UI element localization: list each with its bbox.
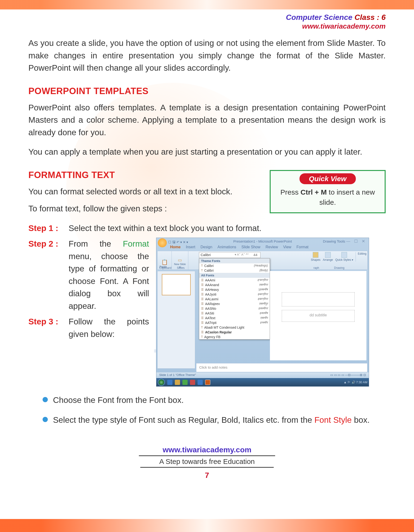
windows-taskbar[interactable]: ▲ 🏳 🔊 7:30 AM [156,378,369,386]
dd-item[interactable]: ☰AAAmiइन्कग्रीपर [199,278,270,283]
tab-format[interactable]: Format [296,245,308,249]
contextual-tab-label: Drawing Tools [323,239,345,243]
dd-item[interactable]: ☰ACaslon Regular [199,330,270,334]
arrange-button[interactable]: Arrange [323,252,333,262]
subtitle-placeholder[interactable]: dd subtitle [282,310,355,322]
b2-fontstyle: Font Style [314,415,352,424]
status-left: Slide 1 of 1 "Office Theme" [159,373,196,377]
bullet-item-2: Select the type style of Font such as Re… [43,414,385,426]
taskbar-clock: ▲ 🏳 🔊 7:30 AM [344,380,367,384]
app-title: Presentation1 - Microsoft PowerPoint [233,239,292,243]
page-number: 7 [29,471,385,480]
header-site-url: www.tiwariacademy.com [29,22,385,30]
s2-pre: From the [69,239,123,248]
powerpoint-screenshot: ☐ 🖫 ↶ ▾ ✕ ▾ Presentation1 - Microsoft Po… [156,238,369,387]
header-class: Class : 6 [354,13,385,21]
paste-icon[interactable]: 📋 [159,259,170,265]
bullet-item-1: Choose the Font from the Font box. [43,394,385,407]
tab-design[interactable]: Design [200,245,212,249]
step-3-label: Step 3 : [29,315,69,340]
header-class-label: Computer Science Class : 6 [29,13,385,22]
footer-tagline: A Step towards free Education [140,457,274,468]
grp-slides: Slides [173,266,189,270]
tab-animations[interactable]: Animations [217,245,236,249]
tab-view[interactable]: View [283,245,291,249]
header-subject: Computer Science [286,13,355,21]
shapes-button[interactable]: Shapes [311,252,321,262]
editing-group[interactable]: Editing [356,252,366,262]
b2-post: box. [352,415,370,424]
templates-para-1: PowerPoint also offers templates. A temp… [29,101,385,139]
step-3-row: Step 3 : Follow the points given below: [29,315,149,340]
taskbar-ie-icon[interactable] [167,380,173,385]
font-size-controls[interactable]: ▾ A˄ A˅ ᴬⱽ [235,253,249,256]
dd-item[interactable]: TAbadi MT Condensed Light [199,325,270,330]
taskbar-icon[interactable] [190,380,195,385]
step-2-text: From the Format menu, choose the type of… [69,238,149,312]
start-button-icon[interactable] [158,379,165,386]
dd-theme-item-0[interactable]: TCalibri(Headings) [199,263,270,268]
grp-clipboard: Clipboard [158,266,173,270]
font-combo-box[interactable]: Calibri 44 ▾ A˄ A˅ ᴬⱽ [199,252,260,258]
step-3-text: Follow the points given below: [69,315,149,340]
quick-view-badge: Quick View [299,173,356,184]
slide-thumbnail-1[interactable] [162,274,191,295]
grp-drawing: Drawing [321,266,357,270]
qv-post: to insert a new slide. [319,188,375,206]
notes-pane[interactable]: Click to add notes [196,363,367,372]
tab-insert[interactable]: Insert [186,245,195,249]
s2-post: menu, choose the type of formatting or c… [69,252,149,310]
status-bar: Slide 1 of 1 "Office Theme" ▭ ▭ ▭ ▭ —⊟——… [156,372,369,378]
status-zoom[interactable]: ▭ ▭ ▭ ▭ —⊟———⊞ ⊡ [330,373,366,377]
b2-pre: Select the type style of Font such as Re… [53,415,314,424]
dd-theme-item-1[interactable]: TCalibri(Body) [199,268,270,273]
bullet-icon [43,417,48,422]
new-slide-icon[interactable]: ▭ [174,257,186,263]
templates-para-2: You can apply a template when you are ju… [29,146,385,158]
bullet-list: Choose the Font from the Font box. Selec… [43,394,385,427]
dd-header-theme: Theme Fonts [199,258,270,263]
dd-header-all: All Fonts [199,273,270,278]
dd-item[interactable]: ☰AAHeavy|इक्कमीष [199,287,270,292]
tab-home[interactable]: Home [170,245,181,249]
tab-review[interactable]: Review [265,245,278,249]
qv-key: Ctrl + M [300,188,327,196]
dd-item[interactable]: ☰AARajeevएब्कमीपुर [199,302,270,306]
dd-item[interactable]: ☰AAShloइक्लमीपर [199,306,270,311]
ribbon-right-tools: Shapes Arrange Quick Styles ▾ Editing [311,252,366,262]
section-heading-templates: POWERPOINT TEMPLATES [29,86,385,96]
intro-paragraph: As you create a slide, you have the opti… [29,37,385,74]
ribbon-tabs[interactable]: Home Insert Design Animations Slide Show… [170,245,308,249]
taskbar-powerpoint-icon[interactable] [205,380,210,385]
step-2-label: Step 2 : [29,238,69,312]
quick-styles-button[interactable]: Quick Styles ▾ [335,252,353,262]
window-controls[interactable]: — ☐ ✕ [346,239,366,244]
quick-view-box: Quick View Press Ctrl + M to insert a ne… [270,170,385,213]
step-1-text: Select the text within a text block you … [69,222,385,235]
bullet-1-text: Choose the Font from the Font box. [53,394,385,407]
title-placeholder[interactable] [282,292,355,306]
dd-item[interactable]: ☰AASitiइक्लमीष [199,311,270,316]
taskbar-folder-icon[interactable] [175,380,180,385]
slide-canvas[interactable]: dd subtitle [270,271,366,360]
taskbar-word-icon[interactable] [198,380,203,385]
taskbar-icon[interactable] [183,380,188,385]
dd-item[interactable]: ☰AATriptiइस्बमीप [199,320,270,325]
dd-item[interactable]: ☰AAJyotiइब्कग्रीपर [199,292,270,297]
quick-view-text: Press Ctrl + M to insert a new slide. [271,187,385,208]
step-1-label: Step 1 : [29,222,69,235]
font-size-value: 44 [253,253,259,257]
window-title: Presentation1 - Microsoft PowerPoint Dra… [156,239,369,243]
bullet-2-text: Select the type style of Font such as Re… [53,414,385,426]
page-footer: www.tiwariacademy.com A Step towards fre… [29,446,385,480]
font-dropdown[interactable]: Theme Fonts TCalibri(Headings) TCalibri(… [199,258,270,340]
dd-item[interactable]: ☰AAAnandएब्कमीपर [199,283,270,287]
dd-item[interactable]: ☰AATextएब्कमीप [199,316,270,320]
slide-thumbnails-pane[interactable] [157,271,195,369]
font-name-value: Calibri [201,253,211,257]
tab-slideshow[interactable]: Slide Show [241,245,260,249]
step-1-row: Step 1 : Select the text within a text b… [29,222,385,235]
footer-url: www.tiwariacademy.com [139,446,275,456]
dd-item[interactable]: TAgency FB [199,334,270,339]
dd-item[interactable]: ☰AALaxmiइब्कग्रीपर [199,297,270,302]
